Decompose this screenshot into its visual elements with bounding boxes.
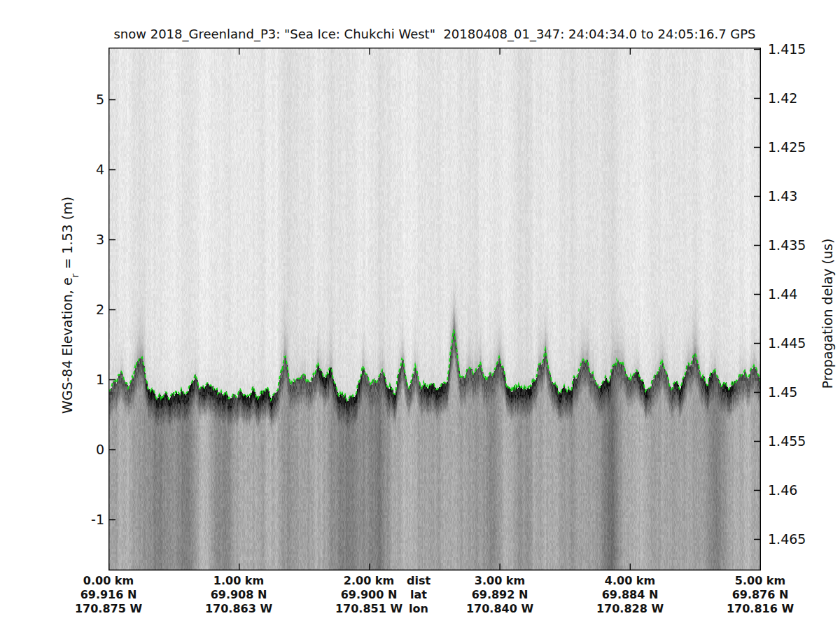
- x-tick-column-0-lon: 170.875 W: [75, 602, 142, 616]
- y-right-tick-label: 1.44: [768, 286, 797, 302]
- x-tick-column-4-dist: 4.00 km: [596, 574, 664, 588]
- y-left-tick-label: 1: [0, 371, 104, 388]
- x-tick-column-0-lat: 69.916 N: [75, 588, 142, 602]
- x-axis-row-header: distlatlon: [407, 574, 430, 616]
- x-tick-column-1: 1.00 km69.908 N170.863 W: [205, 574, 272, 616]
- y-right-tick-label: 1.45: [768, 384, 797, 400]
- y-right-tick-label: 1.455: [768, 433, 806, 449]
- x-tick-column-3: 3.00 km69.892 N170.840 W: [466, 574, 533, 616]
- y-left-tick-label: 2: [0, 301, 104, 318]
- x-tick-column-1-dist: 1.00 km: [205, 574, 272, 588]
- x-tick-column-5-lon: 170.816 W: [727, 602, 794, 616]
- x-tick-column-2-dist: 2.00 km: [335, 574, 402, 588]
- x-tick-column-2-lat: 69.900 N: [335, 588, 402, 602]
- x-tick-column-2-lon: 170.851 W: [335, 602, 402, 616]
- y-right-tick-label: 1.425: [768, 139, 806, 155]
- y-left-tick-label: -1: [0, 511, 104, 528]
- x-tick-column-1-lon: 170.863 W: [205, 602, 272, 616]
- x-axis-row-header-lon: lon: [407, 602, 430, 616]
- x-tick-column-2: 2.00 km69.900 N170.851 W: [335, 574, 402, 616]
- x-tick-column-4-lon: 170.828 W: [596, 602, 664, 616]
- x-tick-column-5-dist: 5.00 km: [727, 574, 794, 588]
- x-tick-column-5-lat: 69.876 N: [727, 588, 794, 602]
- y-left-tick-label: 3: [0, 231, 104, 248]
- y-right-tick-label: 1.435: [768, 237, 806, 253]
- x-axis-row-header-lat: lat: [407, 588, 430, 602]
- x-tick-column-0-dist: 0.00 km: [75, 574, 142, 588]
- echogram-canvas: [108, 48, 761, 570]
- y-left-tick-label: 5: [0, 91, 104, 108]
- chart-title: snow 2018_Greenland_P3: "Sea Ice: Chukch…: [108, 27, 761, 41]
- x-tick-column-5: 5.00 km69.876 N170.816 W: [727, 574, 794, 616]
- y-right-axis-label: Propagation delay (us): [820, 239, 835, 389]
- x-tick-column-3-lon: 170.840 W: [466, 602, 533, 616]
- figure: snow 2018_Greenland_P3: "Sea Ice: Chukch…: [0, 0, 840, 630]
- x-tick-column-3-dist: 3.00 km: [466, 574, 533, 588]
- x-tick-column-1-lat: 69.908 N: [205, 588, 272, 602]
- y-right-tick-label: 1.445: [768, 335, 806, 351]
- y-right-tick-label: 1.415: [768, 41, 806, 57]
- y-right-tick-label: 1.42: [768, 90, 797, 106]
- x-tick-column-4-lat: 69.884 N: [596, 588, 664, 602]
- y-left-tick-label: 0: [0, 441, 104, 458]
- y-right-tick-label: 1.465: [768, 531, 806, 547]
- x-tick-column-3-lat: 69.892 N: [466, 588, 533, 602]
- y-right-tick-label: 1.46: [768, 482, 797, 498]
- y-left-label-sub: r: [69, 274, 80, 278]
- y-left-label-pre: WGS-84 Elevation, e: [59, 277, 75, 414]
- y-left-tick-label: 4: [0, 161, 104, 178]
- x-axis-row-header-dist: dist: [407, 574, 430, 588]
- x-tick-column-0: 0.00 km69.916 N170.875 W: [75, 574, 142, 616]
- x-tick-column-4: 4.00 km69.884 N170.828 W: [596, 574, 664, 616]
- y-right-tick-label: 1.43: [768, 188, 797, 204]
